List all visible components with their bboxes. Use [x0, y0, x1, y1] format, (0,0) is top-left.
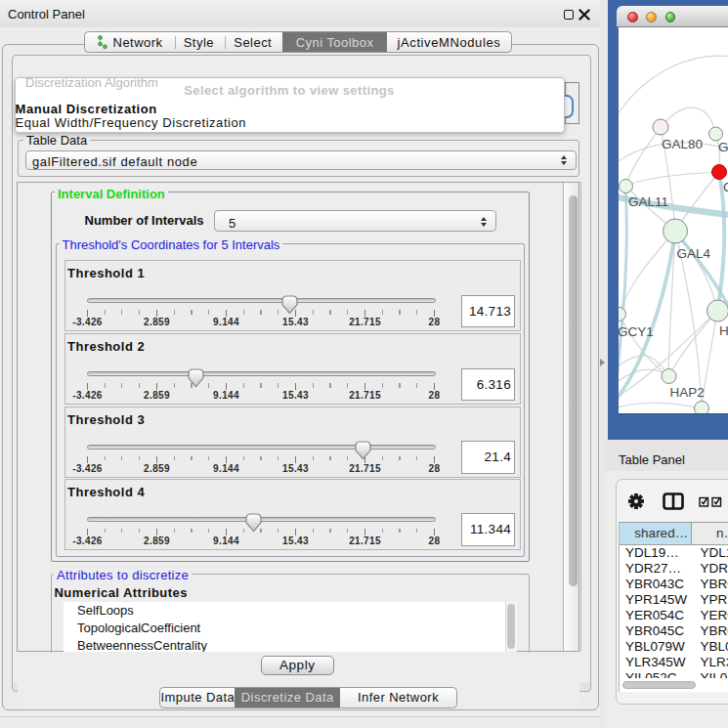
svg-text:H: H: [719, 323, 728, 338]
svg-text:C: C: [723, 180, 728, 194]
svg-text:GAL80: GAL80: [662, 137, 703, 151]
svg-text:GCY1: GCY1: [619, 324, 654, 339]
svg-text:HAP2: HAP2: [670, 385, 705, 400]
svg-text:GA: GA: [718, 140, 728, 154]
svg-text:GAL11: GAL11: [628, 194, 668, 209]
svg-text:GAL4: GAL4: [677, 246, 711, 261]
